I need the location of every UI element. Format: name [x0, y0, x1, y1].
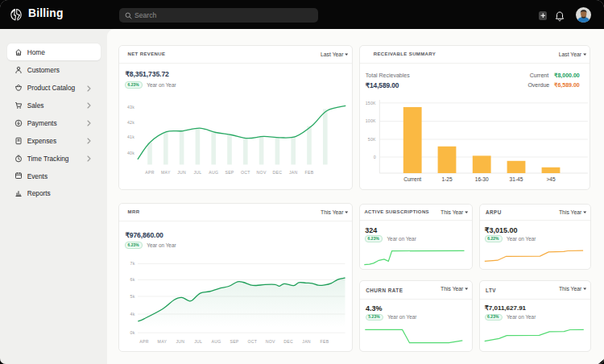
svg-text:DEC: DEC	[273, 170, 283, 175]
svg-text:NOV: NOV	[266, 339, 275, 344]
svg-text:FEB: FEB	[305, 170, 314, 175]
svg-text:DEC: DEC	[283, 339, 293, 344]
svg-text:100K: 100K	[366, 118, 376, 123]
svg-text:SEP: SEP	[225, 170, 234, 175]
svg-text:4k: 4k	[130, 312, 135, 316]
svg-text:SEP: SEP	[230, 339, 238, 344]
svg-text:JUL: JUL	[193, 170, 201, 175]
svg-text:150K: 150K	[366, 101, 376, 105]
svg-text:FEB: FEB	[321, 339, 329, 344]
svg-text:JUL: JUL	[194, 339, 202, 344]
svg-text:16-30: 16-30	[475, 176, 489, 182]
svg-text:42k: 42k	[127, 120, 134, 125]
svg-text:0k: 0k	[130, 330, 135, 335]
svg-text:APR: APR	[145, 170, 154, 175]
svg-text:6k: 6k	[130, 277, 135, 282]
svg-text:OCT: OCT	[248, 339, 258, 344]
svg-text:1-25: 1-25	[442, 176, 453, 182]
svg-text:MAY: MAY	[158, 339, 168, 344]
svg-text:OCT: OCT	[241, 170, 250, 175]
svg-text:AUG: AUG	[209, 170, 218, 175]
svg-text:JAN: JAN	[302, 339, 311, 344]
svg-text:41k: 41k	[127, 134, 134, 139]
svg-text:>45: >45	[547, 176, 556, 182]
svg-text:50K: 50K	[368, 137, 376, 142]
svg-text:JUN: JUN	[177, 170, 186, 175]
svg-text:JUN: JUN	[176, 339, 184, 344]
svg-text:Current: Current	[403, 176, 421, 182]
svg-text:JAN: JAN	[289, 170, 298, 175]
svg-text:43k: 43k	[127, 105, 134, 110]
svg-text:5k: 5k	[130, 294, 135, 299]
svg-text:40k: 40k	[127, 151, 134, 155]
svg-text:31-45: 31-45	[510, 176, 523, 182]
svg-text:0: 0	[374, 155, 376, 159]
svg-text:7k: 7k	[130, 261, 135, 266]
svg-text:APR: APR	[139, 339, 148, 344]
svg-text:AUG: AUG	[212, 339, 221, 344]
svg-text:NOV: NOV	[257, 170, 267, 175]
svg-text:MAY: MAY	[161, 170, 171, 175]
